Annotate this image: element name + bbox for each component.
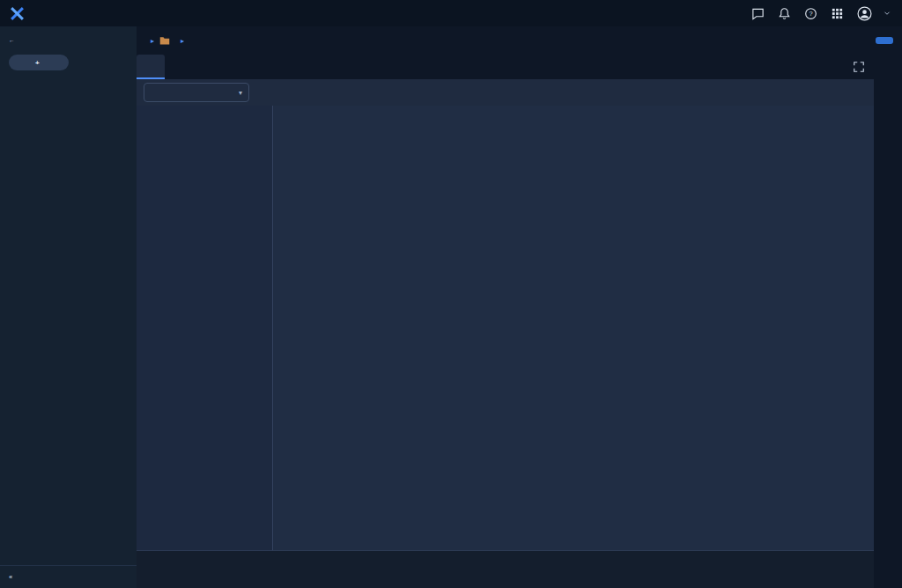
chevrons-left-icon: « [9,573,13,581]
chat-icon[interactable] [751,7,765,20]
timeline-plot [273,106,874,550]
main-area: ▸ ▸ ▾ [137,26,902,588]
notifications-icon[interactable] [778,7,791,20]
breadcrumb-separator-icon: ▸ [181,37,184,45]
breadcrumb: ▸ ▸ [137,26,902,55]
timeline-panel: ▾ [137,79,874,588]
collapse-button[interactable]: « [0,565,137,588]
exonaut-logo-icon [11,7,24,20]
group-label-column [137,106,273,550]
plus-icon: + [35,59,40,67]
avatar [857,6,872,21]
apps-grid-icon[interactable] [831,7,844,20]
exercise-title [0,70,137,85]
time-axis [137,550,874,574]
caret-down-icon: ▾ [239,89,242,97]
folder-icon [159,36,170,45]
grouping-select[interactable]: ▾ [144,83,249,102]
breadcrumb-separator-icon: ▸ [151,37,154,45]
fullscreen-icon[interactable] [853,61,865,73]
right-icon-strip [874,55,902,588]
tab-bar [137,55,874,79]
exercise-mode-label [0,85,137,88]
svg-text:?: ? [809,10,812,18]
sidebar: ← + « [0,26,137,588]
gantt-chart [137,106,874,550]
arrow-left-icon: ← [9,37,15,43]
create-button[interactable]: + [9,55,69,70]
chevron-down-icon [883,9,891,18]
help-icon[interactable]: ? [804,7,817,20]
app-logo[interactable] [11,7,28,20]
timezone-note [137,574,874,588]
tab-timeline[interactable] [137,55,165,79]
back-to-operational-button[interactable]: ← [0,26,137,43]
user-menu[interactable] [857,6,891,21]
timeline-toolbar: ▾ [137,79,874,106]
top-bar: ? [0,0,902,26]
edit-button[interactable] [876,37,893,44]
